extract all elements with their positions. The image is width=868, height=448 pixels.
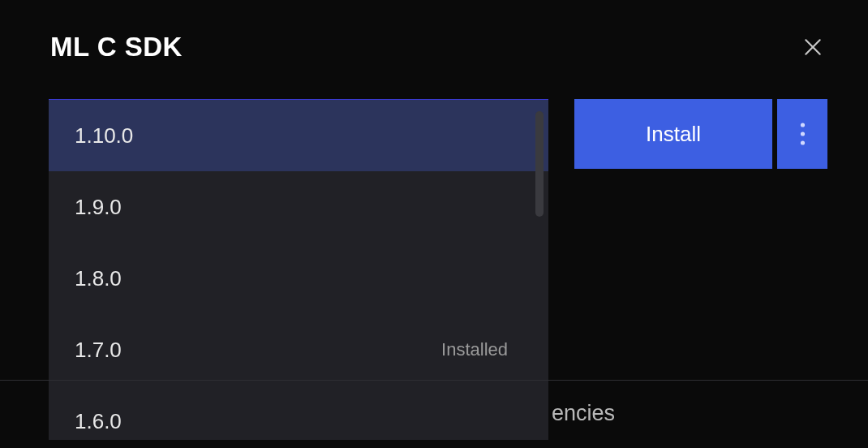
page-title: ML C SDK — [50, 32, 183, 62]
version-label: 1.8.0 — [75, 266, 122, 291]
install-button[interactable]: Install — [574, 99, 772, 169]
version-option[interactable]: 1.6.0 — [49, 386, 548, 440]
more-actions-button[interactable] — [777, 99, 827, 169]
close-icon — [802, 37, 823, 58]
version-option[interactable]: 1.7.0 Installed — [49, 314, 548, 386]
kebab-icon — [800, 123, 806, 145]
section-divider — [0, 380, 868, 381]
version-option[interactable]: 1.9.0 — [49, 171, 548, 243]
background-section-label: encies — [552, 401, 615, 426]
version-dropdown[interactable]: 1.10.0 1.9.0 1.8.0 1.7.0 Installed 1.6.0 — [49, 99, 548, 440]
svg-point-4 — [800, 140, 804, 144]
version-option[interactable]: 1.10.0 — [49, 100, 548, 171]
scrollbar-thumb[interactable] — [535, 111, 544, 217]
version-label: 1.6.0 — [75, 409, 122, 434]
version-badge: Installed — [441, 339, 522, 360]
version-option[interactable]: 1.8.0 — [49, 243, 548, 314]
version-label: 1.7.0 — [75, 338, 122, 363]
close-button[interactable] — [797, 31, 829, 63]
svg-point-2 — [800, 123, 804, 127]
version-label: 1.10.0 — [75, 123, 133, 149]
svg-point-3 — [800, 131, 804, 136]
version-label: 1.9.0 — [75, 195, 122, 220]
